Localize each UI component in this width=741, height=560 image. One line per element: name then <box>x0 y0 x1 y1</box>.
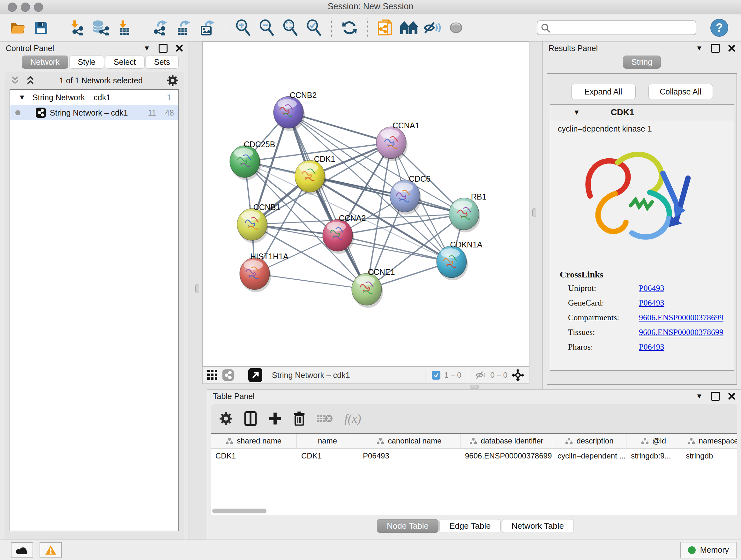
network-collection-row[interactable]: ▼ String Network – cdk1 1 <box>10 90 179 105</box>
panel-close-icon[interactable] <box>728 393 735 400</box>
help-button[interactable]: ? <box>711 19 728 37</box>
edge-CCNA2-CDKN1A[interactable] <box>338 235 452 262</box>
gear-icon[interactable] <box>167 75 179 86</box>
column-header-description[interactable]: description <box>553 434 626 448</box>
apply-layout-button[interactable] <box>340 17 359 38</box>
table-cell[interactable]: P06493 <box>358 449 461 463</box>
string-homes-button[interactable] <box>400 17 418 38</box>
node-CDK1[interactable] <box>295 160 326 195</box>
horizontal-scrollbar[interactable] <box>212 509 266 513</box>
collapse-all-button[interactable]: Collapse All <box>649 84 713 99</box>
table-row[interactable]: CDK1CDK1P064939606.ENSP00000378699cyclin… <box>211 449 737 463</box>
edge-CCNB2-CCNE1[interactable] <box>288 112 367 289</box>
add-column-plus-icon[interactable] <box>268 412 282 425</box>
panel-menu-icon[interactable]: ▼ <box>143 45 150 52</box>
warning-status-button[interactable] <box>40 542 62 558</box>
expand-all-icon[interactable] <box>25 76 35 85</box>
memory-button[interactable]: Memory <box>680 542 737 558</box>
expand-all-button[interactable]: Expand All <box>571 84 636 99</box>
import-table-button[interactable] <box>115 17 133 38</box>
zoom-out-icon <box>259 19 274 36</box>
table-settings-gear-icon[interactable] <box>219 412 232 425</box>
edge-HIST1H1A-CCNE1[interactable] <box>255 273 367 289</box>
search-input[interactable] <box>537 20 696 35</box>
right-splitter-handle[interactable] <box>532 208 536 217</box>
network-graph[interactable]: CCNB2CCNA1CDC25BCDK1CDC6RB1CCNB1CCNA2CDK… <box>203 42 529 366</box>
zoom-fit-button[interactable] <box>281 17 299 38</box>
tab-node-table[interactable]: Node Table <box>377 519 439 533</box>
panel-close-icon[interactable] <box>728 45 735 52</box>
overview-toggle-button[interactable] <box>248 368 262 382</box>
tab-string[interactable]: String <box>623 56 661 69</box>
column-header-id[interactable]: @id <box>626 434 681 448</box>
tab-select[interactable]: Select <box>105 56 144 69</box>
table-cell[interactable]: CDK1 <box>297 449 358 463</box>
column-header-database-identifier[interactable]: database identifier <box>461 434 553 448</box>
tree-expand-icon[interactable]: ▼ <box>18 94 25 101</box>
zoom-selected-button[interactable] <box>305 17 323 38</box>
delete-column-trash-icon[interactable] <box>293 412 306 426</box>
crosslink-link[interactable]: 9606.ENSP00000378699 <box>639 310 724 325</box>
selected-checkbox[interactable] <box>432 371 441 380</box>
zoom-out-button[interactable] <box>257 17 276 38</box>
panel-float-icon[interactable] <box>711 392 720 401</box>
tab-style[interactable]: Style <box>69 56 105 69</box>
open-session-button[interactable] <box>8 17 27 38</box>
left-splitter-handle[interactable] <box>195 284 199 293</box>
tab-network-table[interactable]: Network Table <box>502 519 574 533</box>
network-canvas[interactable]: CCNB2CCNA1CDC25BCDK1CDC6RB1CCNB1CCNA2CDK… <box>202 42 529 367</box>
panel-close-icon[interactable] <box>176 45 183 52</box>
control-panel-title: Control Panel <box>6 44 54 53</box>
pan-crosshair-icon[interactable] <box>511 368 525 382</box>
node-CDKN1A[interactable] <box>436 246 468 280</box>
hide-labels-button[interactable] <box>423 17 442 38</box>
gene-section-header[interactable]: ▼ CDK1 <box>550 105 734 120</box>
section-collapse-icon[interactable]: ▼ <box>573 109 580 116</box>
column-header-canonical-name[interactable]: canonical name <box>358 434 461 448</box>
export-table-button[interactable] <box>174 17 193 38</box>
node-RB1[interactable] <box>449 198 480 233</box>
table-cell[interactable]: cyclin–dependent ... <box>553 449 626 463</box>
crosslink-link[interactable]: 9606.ENSP00000378699 <box>639 325 724 340</box>
panel-menu-icon[interactable]: ▼ <box>696 393 703 400</box>
node-CCNE1[interactable] <box>352 273 383 308</box>
panel-float-icon[interactable] <box>158 44 167 53</box>
share-badge-icon[interactable] <box>222 369 234 381</box>
grid-view-icon[interactable] <box>207 370 218 381</box>
column-header-shared-name[interactable]: shared name <box>211 434 297 448</box>
table-cell[interactable]: stringdb:9... <box>626 449 681 463</box>
column-header-name[interactable]: name <box>297 434 358 448</box>
crosslink-link[interactable]: P06493 <box>639 281 664 296</box>
show-columns-icon[interactable] <box>244 411 257 426</box>
table-cell[interactable]: 9606.ENSP00000378699 <box>461 449 553 463</box>
horizontal-splitter-handle[interactable] <box>470 385 479 389</box>
table-cell[interactable]: stringdb <box>681 449 737 463</box>
network-row-selected[interactable]: String Network – cdk1 11 48 <box>10 105 179 120</box>
collapse-all-icon[interactable] <box>10 76 20 85</box>
string-document-button[interactable] <box>376 17 394 38</box>
crosslink-link[interactable]: P06493 <box>639 340 664 354</box>
export-image-button[interactable] <box>198 17 216 38</box>
node-CCNB2[interactable] <box>273 97 305 131</box>
node-HIST1H1A[interactable] <box>240 258 271 292</box>
table-cell[interactable]: CDK1 <box>211 449 297 463</box>
crosslink-link[interactable]: P06493 <box>639 296 664 310</box>
panel-float-icon[interactable] <box>711 44 720 53</box>
tab-network[interactable]: Network <box>22 56 68 69</box>
tab-sets[interactable]: Sets <box>145 56 179 69</box>
zoom-in-button[interactable] <box>233 17 252 38</box>
node-label-CCNB1: CCNB1 <box>253 203 280 212</box>
import-network-database-button[interactable] <box>91 17 110 38</box>
column-header-namespace[interactable]: namespace <box>681 434 737 448</box>
import-network-file-button[interactable] <box>68 17 86 38</box>
panel-menu-icon[interactable]: ▼ <box>696 45 703 52</box>
cloud-status-button[interactable] <box>11 542 33 558</box>
export-network-button[interactable] <box>151 17 169 38</box>
save-session-button[interactable] <box>32 17 51 38</box>
node-label-CCNB2: CCNB2 <box>290 91 317 100</box>
node-CDC25B[interactable] <box>230 145 261 180</box>
node-CCNA1[interactable] <box>376 127 408 161</box>
tab-edge-table[interactable]: Edge Table <box>440 519 501 533</box>
gray-eye-button[interactable] <box>447 17 465 38</box>
edge-CDK1-RB1[interactable] <box>310 176 464 214</box>
